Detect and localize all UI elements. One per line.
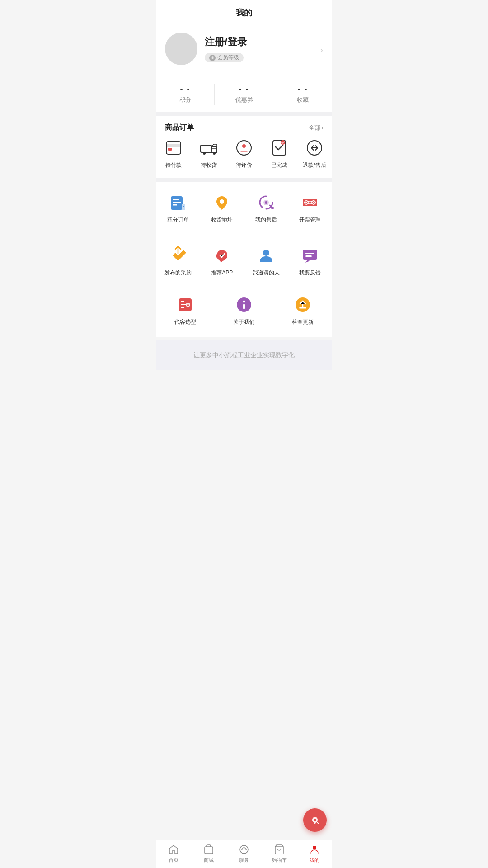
profile-name: 注册/登录: [205, 35, 323, 49]
svg-rect-1: [166, 144, 181, 147]
footer-banner: 让更多中小流程工业企业实现数字化: [156, 340, 332, 370]
menu-label-invite: 我邀请的人: [253, 269, 280, 277]
order-label-pending-payment: 待付款: [165, 161, 182, 169]
svg-rect-39: [187, 305, 189, 306]
svg-point-20: [265, 201, 267, 204]
nav-item-shop[interactable]: 商城: [191, 840, 226, 868]
svg-rect-47: [205, 847, 213, 854]
stat-points-value: - -: [156, 85, 215, 94]
menu-label-proxy-select: 代客选型: [174, 318, 196, 326]
orders-section: 商品订单 全部 › 待付款: [156, 116, 332, 178]
stat-coupons-label: 优惠券: [215, 96, 273, 104]
svg-point-26: [305, 202, 307, 203]
order-item-pending-delivery[interactable]: 待收货: [191, 138, 226, 169]
menu-update[interactable]: 检查更新: [273, 288, 332, 330]
menu-feedback[interactable]: 我要反馈: [288, 238, 333, 280]
menu-section-3: 代客选型 关于我们 检查更新: [156, 288, 332, 337]
svg-rect-0: [166, 142, 181, 154]
svg-rect-36: [181, 307, 184, 308]
menu-about[interactable]: 关于我们: [215, 288, 273, 330]
order-label-pending-delivery: 待收货: [201, 161, 217, 169]
menu-purchase[interactable]: 发布的采购: [156, 238, 200, 280]
svg-rect-42: [243, 304, 245, 309]
stat-coupons-value: - -: [215, 85, 273, 94]
stat-coupons[interactable]: - - 优惠券: [215, 76, 273, 112]
avatar: [165, 33, 197, 65]
stat-favorites[interactable]: - - 收藏: [273, 76, 332, 112]
orders-all-button[interactable]: 全部 ›: [309, 124, 323, 132]
order-item-completed[interactable]: 已完成: [262, 138, 297, 169]
svg-rect-13: [173, 199, 179, 200]
svg-point-7: [242, 144, 246, 148]
nav-label-mine: 我的: [310, 857, 319, 863]
order-label-completed: 已完成: [271, 161, 287, 169]
svg-rect-25: [308, 201, 312, 204]
svg-rect-37: [186, 303, 190, 307]
stat-points[interactable]: - - 积分: [156, 76, 215, 112]
svg-rect-35: [181, 304, 186, 305]
svg-rect-31: [305, 253, 314, 254]
svg-rect-32: [305, 255, 312, 257]
nav-item-cart[interactable]: 购物车: [262, 840, 297, 868]
nav-label-shop: 商城: [204, 857, 214, 863]
svg-point-49: [313, 846, 316, 849]
order-label-pending-review: 待评价: [236, 161, 252, 169]
menu-label-address: 收货地址: [211, 216, 233, 224]
order-item-refund[interactable]: 退款/售后: [297, 138, 332, 169]
svg-rect-16: [183, 206, 184, 207]
menu-invoice[interactable]: 开票管理: [288, 185, 333, 227]
svg-rect-2: [168, 148, 172, 151]
menu-label-purchase: 发布的采购: [164, 269, 192, 277]
menu-label-about: 关于我们: [233, 318, 255, 326]
menu-aftersale[interactable]: 我的售后: [244, 185, 288, 227]
chevron-right-icon: ›: [320, 45, 323, 55]
svg-point-46: [314, 819, 316, 821]
svg-rect-12: [171, 196, 183, 210]
nav-label-home: 首页: [169, 857, 178, 863]
svg-point-41: [243, 301, 245, 303]
member-icon: ♛: [209, 55, 216, 61]
menu-points-order[interactable]: 积分订单: [156, 185, 200, 227]
menu-address[interactable]: 收货地址: [200, 185, 244, 227]
svg-rect-15: [173, 204, 177, 206]
stats-section: - - 积分 - - 优惠券 - - 收藏: [156, 76, 332, 112]
svg-rect-38: [187, 304, 189, 305]
svg-point-4: [203, 152, 206, 155]
member-badge: ♛ 会员等级: [205, 53, 244, 62]
menu-section-1: 积分订单 收货地址: [156, 182, 332, 235]
fab-support-button[interactable]: [303, 808, 327, 832]
svg-point-18: [220, 199, 224, 204]
profile-section[interactable]: 注册/登录 ♛ 会员等级 ›: [156, 24, 332, 76]
orders-title: 商品订单: [165, 123, 194, 132]
order-item-pending-payment[interactable]: 待付款: [156, 138, 191, 169]
menu-label-aftersale: 我的售后: [255, 216, 277, 224]
menu-label-points-order: 积分订单: [167, 216, 189, 224]
nav-item-mine[interactable]: 我的: [297, 840, 332, 868]
bottom-nav: 首页 商城 服务: [156, 840, 332, 868]
svg-point-21: [271, 207, 274, 209]
nav-item-service[interactable]: 服务: [226, 840, 262, 868]
nav-item-home[interactable]: 首页: [156, 840, 191, 868]
svg-rect-17: [183, 208, 184, 208]
svg-rect-34: [181, 301, 184, 302]
divider-2: [156, 178, 332, 182]
divider-1: [156, 112, 332, 116]
nav-label-service: 服务: [239, 857, 249, 863]
orders-all-chevron: ›: [321, 124, 323, 131]
svg-rect-44: [299, 307, 306, 309]
menu-proxy-select[interactable]: 代客选型: [156, 288, 215, 330]
svg-point-5: [213, 152, 216, 155]
menu-invite[interactable]: 我邀请的人: [244, 238, 288, 280]
order-label-refund: 退款/售后: [303, 161, 326, 169]
menu-label-feedback: 我要反馈: [299, 269, 321, 277]
order-item-pending-review[interactable]: 待评价: [226, 138, 262, 169]
stat-favorites-value: - -: [273, 85, 332, 94]
menu-label-invoice: 开票管理: [299, 216, 321, 224]
svg-point-27: [313, 202, 314, 203]
svg-rect-3: [201, 145, 211, 152]
svg-rect-30: [303, 250, 317, 260]
menu-label-update: 检查更新: [292, 318, 314, 326]
page-title: 我的: [156, 0, 332, 24]
menu-recommend[interactable]: 推荐APP: [200, 238, 244, 280]
svg-point-29: [263, 250, 269, 256]
